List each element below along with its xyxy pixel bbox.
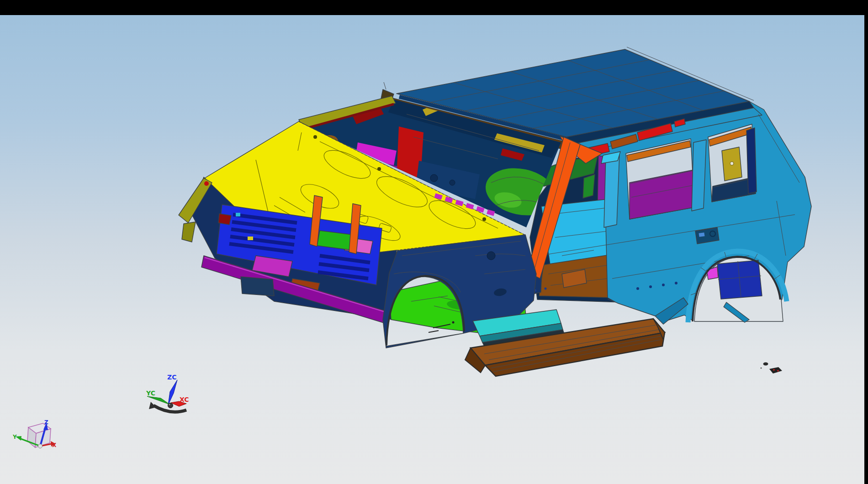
c-pillar[interactable] bbox=[692, 140, 706, 211]
wcs-zc-axis[interactable] bbox=[168, 380, 177, 405]
cad-scene[interactable]: ZC YC XC Z Y X bbox=[0, 15, 864, 484]
wcs-zc-label: ZC bbox=[167, 374, 176, 381]
datum-x-label: X bbox=[52, 442, 57, 448]
rear-quarter-window[interactable] bbox=[708, 124, 757, 202]
window-right-bar bbox=[864, 0, 868, 484]
datum-z-label: Z bbox=[44, 419, 48, 426]
graphics-viewport[interactable]: ZC YC XC Z Y X bbox=[0, 15, 864, 484]
wcs-xc-label: XC bbox=[180, 396, 189, 403]
front-step-bracket bbox=[241, 277, 274, 296]
wcs-triad[interactable]: ZC YC XC bbox=[146, 374, 189, 412]
datum-y-label: Y bbox=[12, 434, 17, 440]
datum-origin-ball[interactable] bbox=[38, 444, 42, 448]
window-top-bar bbox=[0, 0, 868, 15]
rear-door-window[interactable] bbox=[626, 139, 694, 219]
car-model[interactable] bbox=[179, 47, 811, 376]
datum-csys[interactable]: Z Y X bbox=[12, 419, 57, 448]
loose-parts-debris[interactable] bbox=[761, 363, 783, 374]
wcs-origin-ball[interactable] bbox=[168, 403, 173, 408]
b-pillar[interactable] bbox=[604, 153, 619, 227]
wcs-yc-label: YC bbox=[146, 389, 155, 397]
